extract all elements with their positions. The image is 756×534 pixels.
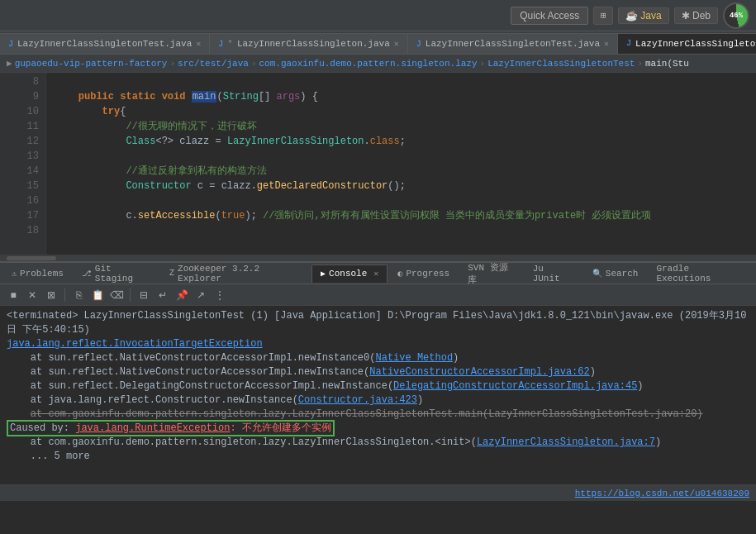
strikethrough-trace: at com.gaoxinfu.demo.pattern.singleton.l…: [31, 408, 429, 420]
stop-button[interactable]: ■: [5, 287, 21, 303]
tab-modified-marker: *: [227, 39, 233, 49]
console-trace-6: at com.gaoxinfu.demo.pattern.singleton.l…: [7, 436, 749, 450]
code-line-13: [55, 149, 756, 164]
tab-search[interactable]: 🔍 Search: [584, 265, 647, 283]
console-trace-2: at sun.reflect.NativeConstructorAccessor…: [7, 365, 749, 379]
java-file-icon: J: [626, 39, 631, 48]
editor-scrollbar-thumb[interactable]: [7, 256, 56, 260]
code-editor: 8 9 10 11 12 13 14 15 16 17 18 public st…: [0, 73, 756, 255]
menu-button[interactable]: ⋮: [212, 287, 228, 303]
tab-search-label: Search: [606, 269, 639, 279]
clear-button[interactable]: ⌫: [108, 287, 125, 303]
console-icon: ▶: [321, 269, 326, 279]
tab-label: LazyInnerClassSingleton.java: [237, 39, 390, 49]
console-trace-1: at sun.reflect.NativeConstructorAccessor…: [7, 351, 749, 365]
bottom-panel: ⚠ Problems ⎇ Git Staging Z ZooKeeper 3.2…: [0, 261, 756, 501]
console-trace-4: at java.lang.reflect.Constructor.newInst…: [7, 393, 749, 408]
tab-svn-label: SVN 资源库: [468, 261, 514, 286]
breadcrumb-src[interactable]: src/test/java: [178, 59, 249, 69]
caused-message: : 不允许创建多个实例: [230, 422, 330, 434]
tab-lazy-test-1[interactable]: J LazyInnerClassSingletonTest.java ✕: [0, 33, 210, 54]
tab-lazy-singleton-modified[interactable]: J * LazyInnerClassSingleton.java ✕: [210, 33, 408, 54]
code-line-12: Class<?> clazz = LazyInnerClassSingleton…: [55, 134, 756, 149]
tab-problems[interactable]: ⚠ Problems: [3, 265, 72, 283]
layout-icon-btn[interactable]: ⊞: [593, 7, 613, 25]
editor-scrollbar[interactable]: [0, 255, 756, 261]
native-method-link[interactable]: Native Method: [375, 352, 453, 364]
runtime-exception-link[interactable]: java.lang.RuntimeException: [75, 422, 230, 434]
tab-lazy-singleton-active[interactable]: J LazyInnerClassSingleton.java ✕: [618, 33, 756, 54]
console-terminated-line: <terminated> LazyInnerClassSingletonTest…: [7, 309, 749, 337]
java-file-icon: J: [218, 40, 223, 49]
tab-label: LazyInnerClassSingletonTest.java: [426, 39, 600, 49]
delegating-ctor-link[interactable]: DelegatingConstructorAccessorImpl.java:4…: [393, 380, 637, 392]
code-line-15: Constructor c = clazz.getDeclaredConstru…: [55, 179, 756, 193]
progress-icon: ◐: [397, 269, 402, 279]
tab-console[interactable]: ▶ Console ✕: [311, 265, 388, 283]
tab-junit[interactable]: Ju JUnit: [525, 265, 582, 283]
code-line-18: [55, 223, 756, 238]
caused-highlight-box: Caused by: java.lang.RuntimeException: 不…: [7, 420, 335, 436]
init-link[interactable]: LazyInnerClassSingleton.java:7: [477, 436, 655, 448]
code-line-10: try{: [55, 104, 756, 119]
breadcrumb-class[interactable]: LazyInnerClassSingletonTest: [487, 59, 635, 69]
tab-gradle[interactable]: Gradle Executions: [648, 265, 753, 283]
tab-close-icon[interactable]: ✕: [196, 39, 201, 49]
quick-access-button[interactable]: Quick Access: [511, 7, 588, 25]
toolbar-separator: [64, 288, 65, 302]
pin-button[interactable]: 📌: [174, 287, 190, 303]
console-output: <terminated> LazyInnerClassSingletonTest…: [0, 306, 756, 484]
panel-tab-bar: ⚠ Problems ⎇ Git Staging Z ZooKeeper 3.2…: [0, 263, 756, 284]
debug-icon: ✱: [682, 10, 690, 21]
java-file-icon: J: [8, 40, 13, 49]
tab-progress[interactable]: ◐ Progress: [389, 265, 458, 283]
disconnect-button[interactable]: ⊠: [43, 287, 59, 303]
tab-console-label: Console: [329, 269, 367, 279]
zk-icon: Z: [169, 269, 174, 278]
close-console-button[interactable]: ✕: [24, 287, 40, 303]
tab-lazy-test-2[interactable]: J LazyInnerClassSingletonTest.java ✕: [408, 33, 618, 54]
search-icon: 🔍: [592, 269, 602, 279]
console-toolbar: ■ ✕ ⊠ ⎘ 📋 ⌫ ⊟ ↵ 📌 ↗ ⋮: [0, 284, 756, 306]
csdn-url[interactable]: https://blog.csdn.net/u014638209: [575, 489, 749, 498]
java-icon: ☕: [625, 10, 638, 21]
code-line-17: c.setAccessible(true); //强制访问,对所有有属性设置访问…: [55, 208, 756, 223]
copy-button[interactable]: ⎘: [70, 287, 87, 303]
tab-git-staging[interactable]: ⎇ Git Staging: [74, 265, 159, 283]
breadcrumb-icon: ▶: [7, 58, 12, 69]
console-caused-line: Caused by: java.lang.RuntimeException: 不…: [7, 422, 749, 436]
exception-link[interactable]: java.lang.reflect.InvocationTargetExcept…: [7, 338, 263, 350]
tab-console-close[interactable]: ✕: [373, 269, 378, 279]
debug-label: Deb: [692, 10, 711, 21]
git-icon: ⎇: [82, 269, 92, 279]
tab-zk-label: ZooKeeper 3.2.2 Explorer: [178, 264, 302, 284]
scroll-lock-button[interactable]: ⊟: [136, 287, 152, 303]
tab-zookeeper[interactable]: Z ZooKeeper 3.2.2 Explorer: [161, 265, 310, 283]
code-content[interactable]: public static void main(String[] args) {…: [46, 73, 756, 255]
breadcrumb-project[interactable]: gupaoedu-vip-pattern-factory: [15, 59, 168, 69]
tab-close-icon[interactable]: ✕: [394, 39, 399, 49]
breadcrumb-package[interactable]: com.gaoxinfu.demo.pattern.singleton.lazy: [259, 59, 478, 69]
java-button[interactable]: ☕ Java: [618, 7, 668, 24]
paste-button[interactable]: 📋: [89, 287, 106, 303]
tab-close-icon[interactable]: ✕: [604, 39, 609, 49]
percent-value: 46%: [730, 12, 743, 20]
console-more: ... 5 more: [7, 450, 749, 464]
tab-junit-label: Ju JUnit: [533, 264, 574, 284]
constructor-link[interactable]: Constructor.java:423: [298, 394, 417, 406]
debug-button[interactable]: ✱ Deb: [674, 7, 718, 24]
tab-gradle-label: Gradle Executions: [656, 264, 744, 284]
tab-label: LazyInnerClassSingletonTest.java: [17, 39, 192, 49]
tab-svn[interactable]: SVN 资源库: [459, 265, 522, 283]
cpu-usage-circle: 46%: [723, 2, 749, 29]
external-button[interactable]: ↗: [193, 287, 209, 303]
native-ctor-link[interactable]: NativeConstructorAccessorImpl.java:62: [369, 366, 589, 378]
code-line-16: [55, 193, 756, 208]
java-label: Java: [640, 10, 661, 21]
breadcrumb-method[interactable]: main(Stu: [645, 59, 689, 69]
console-trace-3: at sun.reflect.DelegatingConstructorAcce…: [7, 379, 749, 393]
code-line-8: [55, 74, 756, 89]
console-exception-line: java.lang.reflect.InvocationTargetExcept…: [7, 337, 749, 351]
word-wrap-button[interactable]: ↵: [155, 287, 171, 303]
problems-icon: ⚠: [12, 269, 17, 279]
